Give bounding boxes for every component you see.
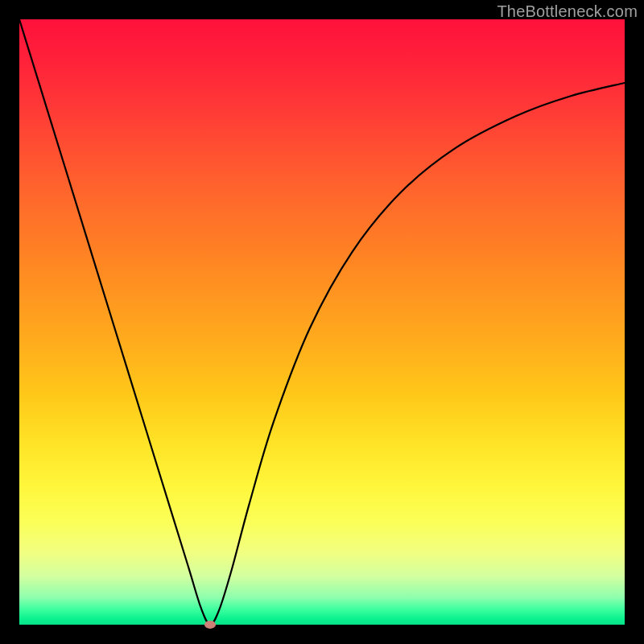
bottleneck-curve: [19, 19, 625, 625]
curve-path: [19, 19, 625, 625]
chart-frame: TheBottleneck.com: [0, 0, 644, 644]
watermark-text: TheBottleneck.com: [497, 2, 638, 21]
optimal-marker: [204, 621, 216, 629]
plot-area: [19, 19, 625, 625]
